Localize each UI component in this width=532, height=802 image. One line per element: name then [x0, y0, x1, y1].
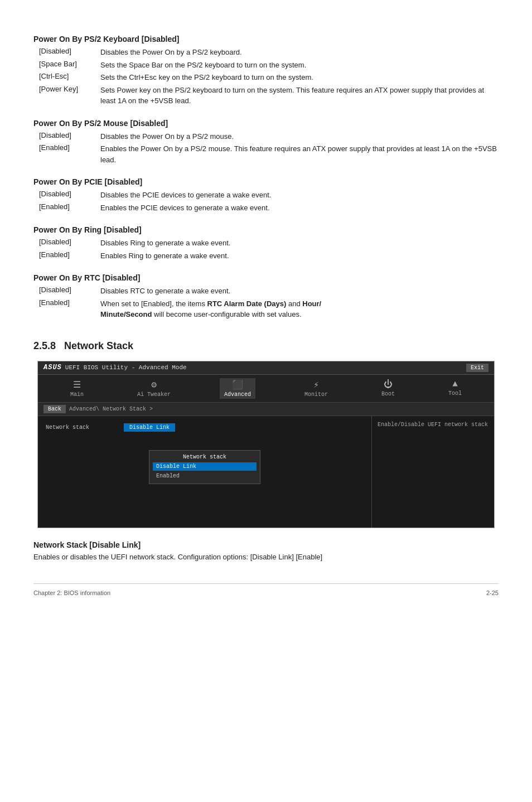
bios-left-panel: Network stack Disable Link Network stack… — [38, 416, 371, 528]
exit-button[interactable]: Exit — [466, 364, 489, 372]
def-row: [Disabled] Disables Ring to generate a w… — [39, 238, 499, 249]
def-term: [Power Key] — [39, 85, 100, 107]
bios-network-stack-row: Network stack Disable Link — [43, 422, 366, 433]
network-stack-label: Network stack — [46, 424, 124, 431]
def-row: [Disabled] Disables RTC to generate a wa… — [39, 286, 499, 297]
def-term: [Disabled] — [39, 286, 100, 297]
footer-bar: Chapter 2: BIOS information 2-25 — [33, 583, 499, 596]
nav-boot-label: Boot — [381, 391, 395, 397]
def-desc: Disables the Power On by a PS/2 keyboard… — [100, 47, 499, 58]
breadcrumb-path: Advanced\ Network Stack > — [69, 406, 153, 412]
section-subtitle: Network Stack — [64, 340, 133, 351]
footer-left: Chapter 2: BIOS information — [33, 590, 110, 596]
bios-right-panel: Enable/Disable UEFI network stack — [371, 416, 494, 528]
nav-advanced[interactable]: ⬛ Advanced — [220, 378, 255, 399]
network-stack-desc-text: Enables or disables the UEFI network sta… — [33, 553, 499, 561]
def-row: [Disabled] Disables the Power On by a PS… — [39, 131, 499, 142]
def-desc: Disables the Power On by a PS/2 mouse. — [100, 131, 499, 142]
def-row: [Enabled] Enables the Power On by a PS/2… — [39, 143, 499, 165]
asus-logo: ASUS — [43, 364, 62, 371]
section-number: 2.5.8 — [33, 340, 56, 351]
def-desc-rtc: When set to [Enabled], the items RTC Ala… — [100, 298, 499, 320]
def-desc: Disables the PCIE devices to generate a … — [100, 190, 499, 201]
def-desc: Disables Ring to generate a wake event. — [100, 238, 499, 249]
bios-popup: Network stack Disable Link Enabled — [149, 450, 260, 484]
rtc-defs: [Disabled] Disables RTC to generate a wa… — [39, 286, 499, 320]
def-term: [Enabled] — [39, 202, 100, 214]
ps2-mouse-defs: [Disabled] Disables the Power On by a PS… — [39, 131, 499, 166]
monitor-icon: ⚡ — [313, 379, 319, 390]
ai-tweaker-icon: ⚙ — [151, 379, 157, 390]
def-term: [Enabled] — [39, 298, 100, 320]
def-desc: Enables Ring to generate a wake event. — [100, 250, 499, 262]
nav-monitor-label: Monitor — [304, 392, 328, 398]
nav-main[interactable]: ☰ Main — [66, 378, 88, 399]
def-term: [Disabled] — [39, 47, 100, 58]
def-row: [Enabled] Enables Ring to generate a wak… — [39, 250, 499, 262]
bios-body: Network stack Disable Link Network stack… — [38, 416, 494, 528]
bios-title: UEFI BIOS Utility - Advanced Mode — [65, 364, 187, 371]
def-term: [Enabled] — [39, 143, 100, 165]
nav-tool[interactable]: ▲ Tool — [444, 378, 466, 399]
def-row: [Disabled] Disables the Power On by a PS… — [39, 47, 499, 58]
popup-option[interactable]: Enabled — [153, 472, 257, 480]
def-term: [Ctrl-Esc] — [39, 72, 100, 83]
pcie-defs: [Disabled] Disables the PCIE devices to … — [39, 190, 499, 213]
def-desc: Enables the PCIE devices to generate a w… — [100, 202, 499, 214]
pcie-title: Power On By PCIE [Disabled] — [33, 177, 499, 186]
ps2-keyboard-defs: [Disabled] Disables the Power On by a PS… — [39, 47, 499, 107]
section-number-heading: 2.5.8 Network Stack — [33, 340, 499, 352]
network-stack-value[interactable]: Disable Link — [124, 423, 175, 432]
boot-icon: ⏻ — [384, 379, 393, 390]
def-desc: Sets the Ctrl+Esc key on the PS/2 keyboa… — [100, 72, 499, 83]
def-desc: Disables RTC to generate a wake event. — [100, 286, 499, 297]
nav-monitor[interactable]: ⚡ Monitor — [300, 378, 332, 399]
def-desc: Sets Power key on the PS/2 keyboard to t… — [100, 85, 499, 107]
tool-icon: ▲ — [452, 379, 458, 389]
nav-boot[interactable]: ⏻ Boot — [377, 378, 399, 399]
bios-screenshot: ASUS UEFI BIOS Utility - Advanced Mode E… — [37, 361, 495, 528]
nav-advanced-label: Advanced — [224, 392, 251, 398]
back-button[interactable]: Back — [43, 405, 66, 413]
ps2-mouse-title: Power On By PS/2 Mouse [Disabled] — [33, 119, 499, 128]
network-stack-desc-title: Network Stack [Disable Link] — [33, 540, 499, 549]
def-term: [Disabled] — [39, 131, 100, 142]
def-term: [Enabled] — [39, 250, 100, 262]
bios-titlebar-left: ASUS UEFI BIOS Utility - Advanced Mode — [43, 364, 187, 371]
advanced-icon: ⬛ — [232, 379, 243, 390]
bios-titlebar: ASUS UEFI BIOS Utility - Advanced Mode E… — [38, 361, 494, 375]
popup-title: Network stack — [153, 454, 257, 460]
def-desc: Enables the Power On by a PS/2 mouse. Th… — [100, 143, 499, 165]
bios-breadcrumb: Back Advanced\ Network Stack > — [38, 403, 494, 416]
ring-title: Power On By Ring [Disabled] — [33, 225, 499, 234]
popup-selected[interactable]: Disable Link — [153, 462, 257, 471]
network-stack-desc-block: Network Stack [Disable Link] Enables or … — [33, 540, 499, 561]
footer-right: 2-25 — [486, 590, 499, 596]
def-desc: Sets the Space Bar on the PS/2 keyboard … — [100, 60, 499, 71]
def-term: [Disabled] — [39, 190, 100, 201]
rtc-title: Power On By RTC [Disabled] — [33, 273, 499, 282]
ring-defs: [Disabled] Disables Ring to generate a w… — [39, 238, 499, 261]
nav-ai-tweaker-label: Ai Tweaker — [137, 392, 171, 398]
nav-tool-label: Tool — [448, 390, 462, 397]
def-row: [Ctrl-Esc] Sets the Ctrl+Esc key on the … — [39, 72, 499, 83]
bios-nav: ☰ Main ⚙ Ai Tweaker ⬛ Advanced ⚡ Monitor… — [38, 375, 494, 403]
def-row: [Disabled] Disables the PCIE devices to … — [39, 190, 499, 201]
def-term: [Disabled] — [39, 238, 100, 249]
def-row: [Enabled] When set to [Enabled], the ite… — [39, 298, 499, 320]
def-row: [Power Key] Sets Power key on the PS/2 k… — [39, 85, 499, 107]
ps2-keyboard-title: Power On By PS/2 Keyboard [Disabled] — [33, 35, 499, 44]
def-term: [Space Bar] — [39, 60, 100, 71]
def-row: [Enabled] Enables the PCIE devices to ge… — [39, 202, 499, 214]
def-row: [Space Bar] Sets the Space Bar on the PS… — [39, 60, 499, 71]
nav-main-label: Main — [70, 392, 84, 398]
nav-ai-tweaker[interactable]: ⚙ Ai Tweaker — [133, 378, 175, 399]
main-icon: ☰ — [73, 379, 81, 390]
